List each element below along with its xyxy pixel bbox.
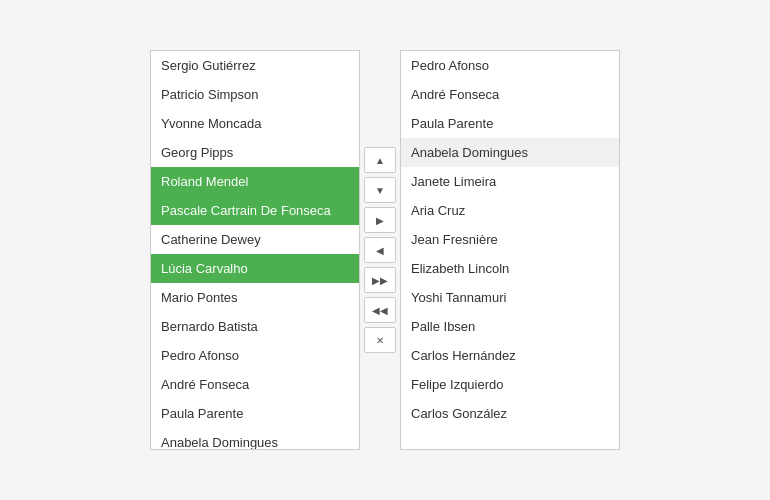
left-list-item[interactable]: Mario Pontes (151, 283, 359, 312)
right-list-item[interactable]: Palle Ibsen (401, 312, 619, 341)
left-list-item[interactable]: Pascale Cartrain De Fonseca (151, 196, 359, 225)
move-all-left-button[interactable]: ◀◀ (364, 297, 396, 323)
left-list-item[interactable]: André Fonseca (151, 370, 359, 399)
left-list-item[interactable]: Bernardo Batista (151, 312, 359, 341)
move-right-button[interactable]: ▶ (364, 207, 396, 233)
right-list-item[interactable]: Elizabeth Lincoln (401, 254, 619, 283)
right-list-scroll[interactable]: Pedro AfonsoAndré FonsecaPaula ParenteAn… (401, 51, 619, 449)
right-list-item[interactable]: Janete Limeira (401, 167, 619, 196)
left-list-scroll[interactable]: Sergio GutiérrezPatricio SimpsonYvonne M… (151, 51, 359, 449)
right-list-item[interactable]: Felipe Izquierdo (401, 370, 619, 399)
left-list: Sergio GutiérrezPatricio SimpsonYvonne M… (150, 50, 360, 450)
right-list-item[interactable]: Carlos Hernández (401, 341, 619, 370)
right-list-item[interactable]: André Fonseca (401, 80, 619, 109)
right-list-item[interactable]: Anabela Domingues (401, 138, 619, 167)
scroll-down-button[interactable]: ▼ (364, 177, 396, 203)
right-list-item[interactable]: Jean Fresnière (401, 225, 619, 254)
left-list-item[interactable]: Yvonne Moncada (151, 109, 359, 138)
move-left-button[interactable]: ◀ (364, 237, 396, 263)
left-list-item[interactable]: Paula Parente (151, 399, 359, 428)
scroll-up-button[interactable]: ▲ (364, 147, 396, 173)
right-list-item[interactable]: Pedro Afonso (401, 51, 619, 80)
left-list-item[interactable]: Patricio Simpson (151, 80, 359, 109)
right-list-item[interactable]: Carlos González (401, 399, 619, 428)
left-list-item[interactable]: Catherine Dewey (151, 225, 359, 254)
left-list-item[interactable]: Anabela Domingues (151, 428, 359, 449)
left-list-item[interactable]: Sergio Gutiérrez (151, 51, 359, 80)
right-list-item[interactable]: Yoshi Tannamuri (401, 283, 619, 312)
controls-panel: ▲ ▼ ▶ ◀ ▶▶ ◀◀ ✕ (360, 147, 400, 353)
right-list-item[interactable]: Aria Cruz (401, 196, 619, 225)
right-list: Pedro AfonsoAndré FonsecaPaula ParenteAn… (400, 50, 620, 450)
left-list-item[interactable]: Lúcia Carvalho (151, 254, 359, 283)
left-list-item[interactable]: Roland Mendel (151, 167, 359, 196)
move-all-right-button[interactable]: ▶▶ (364, 267, 396, 293)
right-list-item[interactable]: Paula Parente (401, 109, 619, 138)
left-list-item[interactable]: Georg Pipps (151, 138, 359, 167)
left-list-item[interactable]: Pedro Afonso (151, 341, 359, 370)
remove-button[interactable]: ✕ (364, 327, 396, 353)
dual-list-widget: Sergio GutiérrezPatricio SimpsonYvonne M… (150, 50, 620, 450)
